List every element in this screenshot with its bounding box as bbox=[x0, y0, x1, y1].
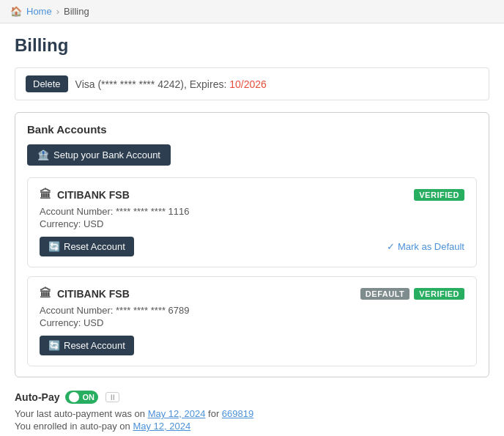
bank-account-card-2: 🏛 CITIBANK FSB DEFAULT VERIFIED Account … bbox=[27, 276, 477, 366]
autopay-toggle[interactable]: ON bbox=[65, 391, 98, 404]
home-icon: 🏠 bbox=[10, 6, 22, 17]
bank-accounts-section: Bank Accounts 🏦 Setup your Bank Account … bbox=[15, 112, 489, 377]
account-number-2: Account Number: **** **** **** 6789 bbox=[40, 305, 464, 316]
account-number-value-2: **** **** **** 6789 bbox=[116, 305, 189, 316]
card-info: Visa (**** **** **** 4242), Expires: 10/… bbox=[75, 78, 267, 90]
last-payment-id-link[interactable]: 669819 bbox=[222, 408, 253, 419]
enrolled-text: You enrolled in auto-pay on bbox=[15, 421, 130, 432]
badges-1: VERIFIED bbox=[414, 189, 464, 201]
setup-bank-account-button[interactable]: 🏦 Setup your Bank Account bbox=[27, 144, 171, 166]
breadcrumb: 🏠 Home › Billing bbox=[0, 0, 504, 23]
page-title: Billing bbox=[15, 35, 489, 56]
bank-account-card-1: 🏛 CITIBANK FSB VERIFIED Account Number: … bbox=[27, 177, 477, 267]
bank-actions-1: 🔄 Reset Account ✓ Mark as Default bbox=[40, 237, 464, 256]
badge-default-2: DEFAULT bbox=[360, 288, 410, 300]
account-number-label-2: Account Number: bbox=[40, 305, 113, 316]
last-payment-for: for bbox=[208, 408, 219, 419]
main-content: Billing Delete Visa (**** **** **** 4242… bbox=[0, 23, 504, 436]
bank-accounts-title: Bank Accounts bbox=[27, 123, 477, 136]
last-payment-text: Your last auto-payment was on bbox=[15, 408, 145, 419]
account-number-1: Account Number: **** **** **** 1116 bbox=[40, 206, 464, 217]
reset-label-1: Reset Account bbox=[64, 241, 125, 252]
bank-name-1: 🏛 CITIBANK FSB bbox=[40, 188, 130, 202]
bank-name-label-1: CITIBANK FSB bbox=[57, 189, 130, 201]
currency-2: Currency: USD bbox=[40, 317, 464, 328]
bank-icon: 🏦 bbox=[37, 149, 49, 160]
breadcrumb-home-link[interactable]: Home bbox=[26, 6, 52, 17]
account-number-value-1: **** **** **** 1116 bbox=[116, 206, 189, 217]
setup-btn-label: Setup your Bank Account bbox=[53, 149, 160, 160]
breadcrumb-current: Billing bbox=[64, 6, 89, 17]
autopay-enrolled: You enrolled in auto-pay on May 12, 2024 bbox=[15, 421, 489, 432]
pause-icon[interactable]: ⏸ bbox=[105, 392, 119, 402]
bank-header-1: 🏛 CITIBANK FSB VERIFIED bbox=[40, 188, 464, 202]
mark-as-default-link-1[interactable]: ✓ Mark as Default bbox=[387, 241, 464, 252]
checkmark-icon-1: ✓ bbox=[387, 241, 395, 252]
autopay-row: Auto-Pay ON ⏸ bbox=[15, 391, 489, 404]
bank-name-label-2: CITIBANK FSB bbox=[57, 288, 130, 300]
currency-1: Currency: USD bbox=[40, 218, 464, 229]
bank-header-2: 🏛 CITIBANK FSB DEFAULT VERIFIED bbox=[40, 287, 464, 300]
badges-2: DEFAULT VERIFIED bbox=[360, 288, 464, 300]
toggle-state-label: ON bbox=[82, 393, 94, 402]
reset-account-button-1[interactable]: 🔄 Reset Account bbox=[40, 237, 134, 256]
badge-verified-2: VERIFIED bbox=[414, 288, 464, 300]
bank-name-2: 🏛 CITIBANK FSB bbox=[40, 287, 130, 300]
toggle-circle bbox=[69, 392, 79, 402]
bank-building-icon-2: 🏛 bbox=[40, 287, 51, 300]
autopay-last-payment: Your last auto-payment was on May 12, 20… bbox=[15, 408, 489, 419]
delete-card-button[interactable]: Delete bbox=[26, 75, 68, 92]
card-info-text: Visa (**** **** **** 4242), Expires: bbox=[75, 78, 227, 90]
autopay-section: Auto-Pay ON ⏸ Your last auto-payment was… bbox=[15, 391, 489, 432]
autopay-label: Auto-Pay bbox=[15, 391, 59, 403]
breadcrumb-separator: › bbox=[56, 6, 59, 17]
bank-building-icon-1: 🏛 bbox=[40, 188, 51, 202]
bank-actions-2: 🔄 Reset Account bbox=[40, 336, 464, 355]
account-number-label-1: Account Number: bbox=[40, 206, 113, 217]
last-payment-date-link[interactable]: May 12, 2024 bbox=[148, 408, 206, 419]
card-expiry: 10/2026 bbox=[229, 78, 267, 90]
enrolled-date-link[interactable]: May 12, 2024 bbox=[133, 421, 190, 432]
reset-label-2: Reset Account bbox=[64, 340, 125, 351]
reset-icon-1: 🔄 bbox=[48, 241, 60, 252]
reset-account-button-2[interactable]: 🔄 Reset Account bbox=[40, 336, 134, 355]
badge-verified-1: VERIFIED bbox=[414, 189, 464, 201]
mark-default-label-1: Mark as Default bbox=[398, 241, 464, 252]
credit-card-bar: Delete Visa (**** **** **** 4242), Expir… bbox=[15, 67, 489, 100]
reset-icon-2: 🔄 bbox=[48, 340, 60, 351]
